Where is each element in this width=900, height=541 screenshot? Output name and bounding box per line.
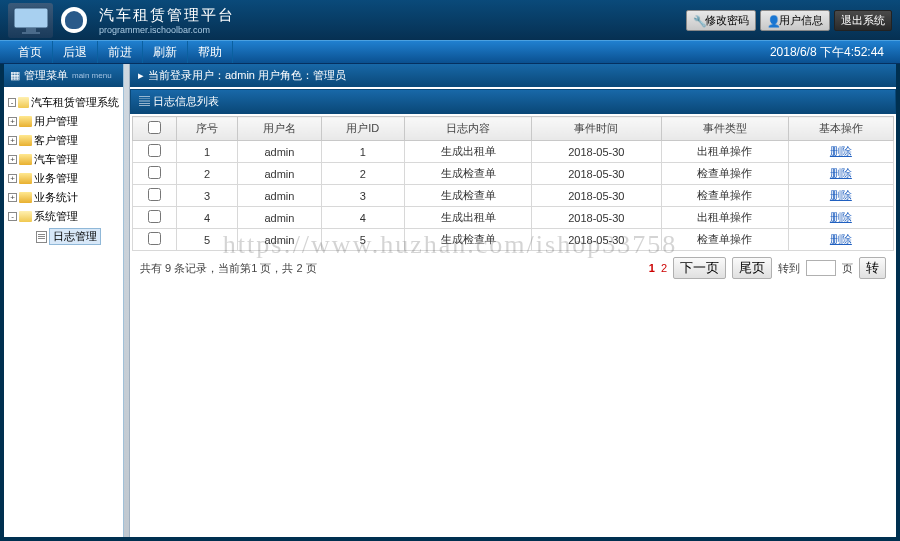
expander-icon[interactable]: - xyxy=(8,98,16,107)
pagination-summary: 共有 9 条记录，当前第1 页，共 2 页 xyxy=(140,261,317,276)
cell-seq: 2 xyxy=(176,163,238,185)
tree-label: 系统管理 xyxy=(34,209,78,224)
row-checkbox[interactable] xyxy=(148,144,161,157)
cell-uid: 3 xyxy=(321,185,404,207)
expander-icon[interactable]: + xyxy=(8,174,17,183)
expander-icon[interactable]: + xyxy=(8,117,17,126)
goto-button[interactable]: 转 xyxy=(859,257,886,279)
cell-uid: 1 xyxy=(321,141,404,163)
folder-icon xyxy=(19,192,32,203)
cell-uid: 2 xyxy=(321,163,404,185)
change-password-button[interactable]: 🔧修改密码 xyxy=(686,10,756,31)
cell-time: 2018-05-30 xyxy=(532,229,662,251)
tree-item-4[interactable]: +业务管理 xyxy=(8,169,119,188)
tree-item-2[interactable]: +客户管理 xyxy=(8,131,119,150)
nav-datetime: 2018/6/8 下午4:52:44 xyxy=(770,44,892,61)
logout-button[interactable]: 退出系统 xyxy=(834,10,892,31)
tree-label: 用户管理 xyxy=(34,114,78,129)
row-checkbox[interactable] xyxy=(148,188,161,201)
last-page-button[interactable]: 尾页 xyxy=(732,257,772,279)
cell-uid: 4 xyxy=(321,207,404,229)
expander-icon[interactable]: + xyxy=(8,155,17,164)
tree-item-7[interactable]: 日志管理 xyxy=(8,226,119,247)
goto-suffix: 页 xyxy=(842,261,853,276)
page-1[interactable]: 1 xyxy=(649,262,655,274)
cell-uname: admin xyxy=(238,185,321,207)
expander-icon[interactable]: - xyxy=(8,212,17,221)
app-subtitle: programmer.ischoolbar.com xyxy=(99,25,235,35)
tree-item-5[interactable]: +业务统计 xyxy=(8,188,119,207)
cell-type: 出租单操作 xyxy=(661,207,788,229)
nav-home[interactable]: 首页 xyxy=(8,41,53,63)
folder-icon xyxy=(19,135,32,146)
cell-seq: 5 xyxy=(176,229,238,251)
select-all-checkbox[interactable] xyxy=(148,121,161,134)
col-header-0 xyxy=(133,117,177,141)
svg-rect-2 xyxy=(22,32,40,34)
app-title: 汽车租赁管理平台 xyxy=(99,6,235,25)
content-area: ▦ 管理菜单 main menu -汽车租赁管理系统+用户管理+客户管理+汽车管… xyxy=(0,64,900,541)
tree-item-0[interactable]: -汽车租赁管理系统 xyxy=(8,93,119,112)
expander-icon[interactable]: + xyxy=(8,136,17,145)
nav-back[interactable]: 后退 xyxy=(53,41,98,63)
delete-link[interactable]: 删除 xyxy=(830,167,852,179)
folder-icon xyxy=(19,116,32,127)
table-row: 4admin4生成出租单2018-05-30出租单操作删除 xyxy=(133,207,894,229)
col-header-5: 事件时间 xyxy=(532,117,662,141)
expander-icon[interactable]: + xyxy=(8,193,17,202)
folder-icon xyxy=(19,211,32,222)
row-checkbox[interactable] xyxy=(148,232,161,245)
tree-label: 日志管理 xyxy=(49,228,101,245)
user-info-button[interactable]: 👤用户信息 xyxy=(760,10,830,31)
cell-time: 2018-05-30 xyxy=(532,163,662,185)
monitor-icon xyxy=(8,3,53,38)
table-wrap: 序号用户名用户ID日志内容事件时间事件类型基本操作 1admin1生成出租单20… xyxy=(130,114,896,287)
tree-label: 汽车租赁管理系统 xyxy=(31,95,119,110)
folder-icon xyxy=(19,173,32,184)
row-checkbox[interactable] xyxy=(148,166,161,179)
log-table: 序号用户名用户ID日志内容事件时间事件类型基本操作 1admin1生成出租单20… xyxy=(132,116,894,251)
app-header: 汽车租赁管理平台 programmer.ischoolbar.com 🔧修改密码… xyxy=(0,0,900,40)
tree-item-6[interactable]: -系统管理 xyxy=(8,207,119,226)
nav-help[interactable]: 帮助 xyxy=(188,41,233,63)
grid-icon: ▦ xyxy=(10,69,20,82)
user-icon: 👤 xyxy=(767,15,777,25)
row-checkbox[interactable] xyxy=(148,210,161,223)
cell-type: 出租单操作 xyxy=(661,141,788,163)
cell-seq: 3 xyxy=(176,185,238,207)
tree-label: 业务统计 xyxy=(34,190,78,205)
navbar: 首页 后退 前进 刷新 帮助 2018/6/8 下午4:52:44 xyxy=(0,40,900,64)
cell-seq: 4 xyxy=(176,207,238,229)
cell-type: 检查单操作 xyxy=(661,163,788,185)
col-header-7: 基本操作 xyxy=(788,117,893,141)
col-header-4: 日志内容 xyxy=(404,117,531,141)
main-panel: ▸ 当前登录用户：admin 用户角色：管理员 ▤ 日志信息列表 序号用户名用户… xyxy=(130,64,896,537)
folder-icon xyxy=(19,154,32,165)
delete-link[interactable]: 删除 xyxy=(830,145,852,157)
tree-item-1[interactable]: +用户管理 xyxy=(8,112,119,131)
cell-type: 检查单操作 xyxy=(661,229,788,251)
cell-uname: admin xyxy=(238,163,321,185)
goto-page-input[interactable] xyxy=(806,260,836,276)
svg-rect-1 xyxy=(26,28,36,32)
sidebar: ▦ 管理菜单 main menu -汽车租赁管理系统+用户管理+客户管理+汽车管… xyxy=(4,64,124,537)
next-page-button[interactable]: 下一页 xyxy=(673,257,726,279)
delete-link[interactable]: 删除 xyxy=(830,233,852,245)
delete-link[interactable]: 删除 xyxy=(830,189,852,201)
cell-uid: 5 xyxy=(321,229,404,251)
tree-item-3[interactable]: +汽车管理 xyxy=(8,150,119,169)
title-block: 汽车租赁管理平台 programmer.ischoolbar.com xyxy=(99,6,235,35)
col-header-3: 用户ID xyxy=(321,117,404,141)
list-icon: ▤ xyxy=(139,95,150,107)
cell-time: 2018-05-30 xyxy=(532,207,662,229)
table-row: 3admin3生成检查单2018-05-30检查单操作删除 xyxy=(133,185,894,207)
nav-forward[interactable]: 前进 xyxy=(98,41,143,63)
cell-content: 生成检查单 xyxy=(404,229,531,251)
nav-refresh[interactable]: 刷新 xyxy=(143,41,188,63)
col-header-2: 用户名 xyxy=(238,117,321,141)
wrench-icon: 🔧 xyxy=(693,15,703,25)
delete-link[interactable]: 删除 xyxy=(830,211,852,223)
page-2[interactable]: 2 xyxy=(661,262,667,274)
cell-uname: admin xyxy=(238,229,321,251)
cell-uname: admin xyxy=(238,207,321,229)
